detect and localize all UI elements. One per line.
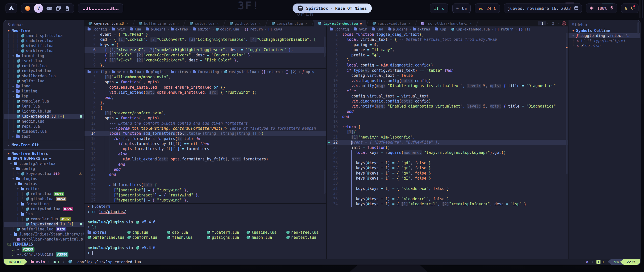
windows-stack-icon[interactable] — [56, 6, 61, 11]
editor-pane-lsp-extended-lua[interactable]: .config›nvim›lua›plugins›extras›lsp›lsp-… — [327, 26, 568, 259]
tab-close-icon[interactable]: × — [126, 21, 129, 25]
document-icon[interactable] — [65, 6, 70, 11]
tree-row-if[interactable]: ├ ◇ifif type(config.vi — [569, 38, 640, 43]
tab-rustywind-lua[interactable]: rustywind.lua× — [369, 20, 415, 26]
tree-row-c-n-l-plugins[interactable]: ~/.c/n/l/plugins#3980 — [4, 252, 84, 257]
tree-row-scrollbar-handle-vertical-p[interactable]: └ scrollbar-handle-vertical.p — [4, 237, 84, 242]
chevron-down-icon[interactable]: ▾ — [572, 28, 576, 33]
chevron-down-icon[interactable]: ▾ — [10, 232, 14, 236]
editor-pane-rustywind-lua[interactable]: .config›nvim›lua›plugins›extras›formatti… — [85, 69, 326, 203]
sidebar-scrollbar[interactable] — [637, 22, 639, 34]
ls-item-flash-lua[interactable]: flash.lua — [167, 235, 207, 240]
tree-row-toggle-diag-virtext[interactable]: ▾ƒtoggle_diag_virtextfu — [569, 33, 640, 38]
chevron-down-icon[interactable]: ▾ — [8, 151, 12, 156]
tab-close-icon[interactable]: × — [259, 21, 261, 25]
tree-row-formatting[interactable]: │ ▾formatting — [4, 53, 84, 58]
tab-keymaps-lua[interactable]: keymaps.lua⚠3× — [85, 20, 132, 26]
tree-row-github-lua[interactable]: │ └ github.lua#654 — [4, 196, 84, 201]
tree-row-compiler-lua[interactable]: │ │ compiler.lua — [4, 99, 84, 104]
date-widget[interactable]: jueves, noviembre 16, 2023 — [504, 4, 582, 13]
tab-close-icon[interactable]: × — [470, 21, 472, 25]
floaterm-header[interactable]: ▾ Floaterm — [85, 204, 326, 209]
editor-pane-color-lua[interactable]: .config›nvim›lua›plugins›extras›editor›c… — [85, 26, 326, 68]
tab-scrollbar-handle[interactable]: scrollbar-handle-…× — [417, 20, 476, 26]
tree-row-terminals[interactable]: TERMINALS — [4, 242, 84, 247]
tree-row-editor[interactable]: ▾editor — [4, 186, 84, 191]
section-header-neo-tree-git[interactable]: ▸Neo-Tree Git — [4, 143, 84, 148]
chevron-right-icon[interactable]: ▸ — [12, 89, 16, 93]
tree-row-lsp-extended-lu[interactable]: │ │ lsp-extended.lu[+] — [4, 114, 84, 119]
ls-item-lualine-lua[interactable]: lualine.lua — [247, 230, 286, 235]
chevron-down-icon[interactable]: ▾ — [14, 182, 18, 186]
ls-item-floaterm-lua[interactable]: floaterm.lua — [207, 230, 247, 235]
ls-item-mason-lua[interactable]: mason.lua — [247, 235, 286, 240]
ls-item-neo-tree-lua[interactable]: neo-tree.lua — [286, 230, 326, 235]
tree-row-else[interactable]: └ ◇elseelse — [569, 43, 640, 48]
tree-row-extras[interactable]: ▾extras — [4, 181, 84, 186]
tree-row-worktree-lua[interactable]: │ │ └ worktree.lua — [4, 48, 84, 53]
tree-row-color-lua[interactable]: │ │ color.lua#493 — [4, 191, 84, 196]
tab-close-icon[interactable]: × — [217, 21, 219, 25]
tab-compiler-lua[interactable]: compiler.lua× — [268, 20, 312, 26]
tab-bufferline-lua[interactable]: bufferline.lua× — [135, 20, 183, 26]
tree-row-rustywind-lua[interactable]: │ └ rustywind.lua#726 — [4, 207, 84, 212]
tree-row-lsp-extended-lu[interactable]: │ └ lsp-extended.lu[+] — [4, 222, 84, 227]
tree-row-shellharden-lua[interactable]: │ │ shellharden.lua — [4, 74, 84, 79]
chevron-right-icon[interactable]: ▸ — [12, 134, 16, 139]
close-all-button[interactable]: × — [562, 21, 566, 25]
tab-close-icon[interactable]: × — [177, 21, 179, 25]
updates-widget[interactable]: 11 ↻ — [430, 4, 448, 13]
chevron-down-icon[interactable]: ▾ — [8, 28, 12, 33]
tree-row-lang[interactable]: │ ▸lang — [4, 84, 84, 89]
tree-row-compiler-lua[interactable]: │ │ compiler.lua#682 — [4, 217, 84, 222]
tree-row-repl-lua[interactable]: │ │ repl.lua — [4, 124, 84, 129]
tree-row-winshift-lua[interactable]: │ │ │ winshift.lua — [4, 43, 84, 48]
chevron-down-icon[interactable]: ▾ — [12, 177, 16, 181]
ls-item-bufferline-lua[interactable]: bufferline.lua — [88, 235, 127, 240]
chevron-down-icon[interactable]: ▾ — [12, 166, 16, 171]
gamepad-icon[interactable] — [47, 6, 52, 11]
neovim-icon-active[interactable]: V — [34, 4, 43, 13]
tab-color-lua[interactable]: color.lua× — [186, 20, 223, 26]
chevron-down-icon[interactable]: ▾ — [17, 187, 21, 191]
audio-widget[interactable]: 100% — [586, 4, 617, 13]
tree-row-bufferline-lua[interactable]: └ bufferline.lua#328 — [4, 227, 84, 232]
tree-row-keymaps-lua[interactable]: │ └ keymaps.lua#10⚠ — [4, 171, 84, 176]
chevron-right-icon[interactable]: ▸ — [8, 143, 12, 147]
section-header-neo-tree[interactable]: ▾Neo-Tree — [4, 28, 84, 33]
tree-row-rustywind-lua[interactable]: │ │ rustywind.lua — [4, 69, 84, 74]
weather-widget[interactable]: 24°C — [475, 4, 500, 13]
floaterm-pane[interactable]: ▾ Floaterm › cd lua/plugins/nvim/lua/plu… — [85, 204, 326, 259]
launcher-button[interactable] — [6, 4, 17, 13]
section-header-neo-tree-buffers[interactable]: ▾Neo-Tree Buffers — [4, 151, 84, 156]
ls-item-extras[interactable]: extras — [88, 230, 127, 235]
pane-scrollbar[interactable] — [566, 33, 568, 174]
tree-row-plugins[interactable]: ▾plugins — [4, 176, 84, 181]
chevron-down-icon[interactable]: ▾ — [10, 161, 14, 166]
tree-row-config-nvim-lua[interactable]: ▾.config/nvim/lua — [4, 161, 84, 166]
ls-item-dap-lua[interactable]: dap.lua — [167, 230, 207, 235]
chevron-right-icon[interactable]: ▸ — [12, 84, 16, 88]
tree-row-rustfmt-lua[interactable]: │ │ rustfmt.lua — [4, 63, 84, 69]
tree-row-neodim-lua[interactable]: │ │ neodim.lua — [4, 119, 84, 124]
tree-row-[interactable]: ~#2859 — [4, 247, 84, 252]
chevron-down-icon[interactable]: ▾ — [17, 202, 21, 206]
tree-row-lsp[interactable]: ▾lsp — [4, 212, 84, 217]
tree-row-lsp[interactable]: │ ▾lsp — [4, 94, 84, 99]
firefox-icon[interactable] — [25, 6, 30, 11]
tree-row-isort-lua[interactable]: │ │ isort.lua — [4, 58, 84, 63]
chevron-down-icon[interactable]: ▾ — [17, 212, 21, 216]
chevron-down-icon[interactable]: ▾ — [572, 33, 576, 38]
keyboard-layout-widget[interactable]: ⌨ US — [452, 4, 471, 13]
tree-row-test[interactable]: │ ▸test — [4, 134, 84, 139]
tree-row-undotree-lua[interactable]: │ │ │ undotree.lua — [4, 38, 84, 43]
tab-lsp-extended-lua[interactable]: lsp-extended.lua● — [314, 20, 366, 26]
tree-row-formatting[interactable]: ▾formatting — [4, 201, 84, 207]
ls-item-neotest-lua[interactable]: neotest.lua — [286, 235, 326, 240]
section-header-symbols-outline[interactable]: ▾Symbols Outline — [569, 28, 640, 33]
ls-item-conform-lua[interactable]: conform.lua — [127, 235, 167, 240]
tab-close-icon[interactable]: × — [305, 21, 307, 25]
tree-row-juegos-indies-steamlibrary[interactable]: ▾Juegos/Indies/SteamLibrary/st — [4, 232, 84, 237]
now-playing-widget[interactable]: Spiritbox - Rule Of Nines — [293, 4, 372, 13]
tabpage-1[interactable]: 1 — [538, 21, 547, 25]
